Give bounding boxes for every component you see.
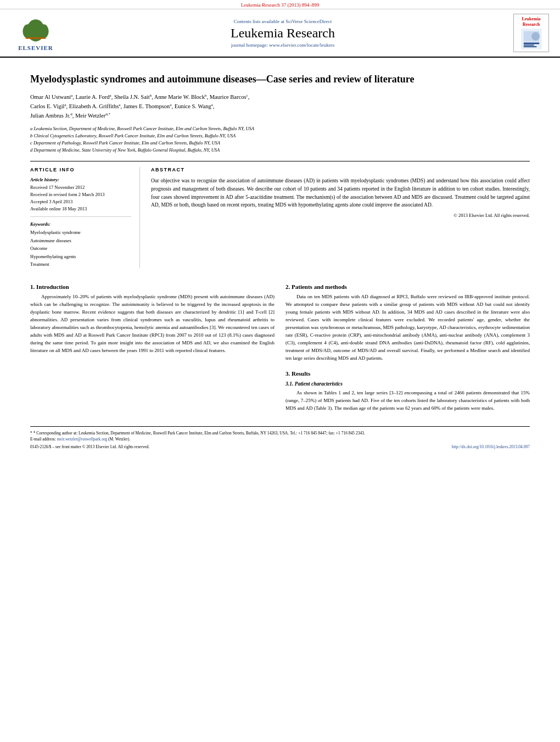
section-patients-methods: 2. Patients and methods Data on ten MDS …: [285, 283, 530, 362]
article-title: Myelodysplastic syndromes and autoimmune…: [30, 73, 530, 86]
sciverse-prefix: Contents lists available at: [234, 19, 285, 24]
keyword-5: Treatment: [30, 260, 131, 268]
authors-line: Omar Al Ustwania, Laurie A. Forda, Sheil…: [30, 92, 530, 121]
copyright-notice: © 2013 Elsevier Ltd. All rights reserved…: [151, 213, 530, 218]
author-3: Julian Ambrus Jr.d, Meir Wetzlerd,*: [30, 113, 110, 119]
section-2-heading: Patients and methods: [292, 283, 347, 290]
svg-rect-8: [523, 44, 534, 46]
email-note: E-mail address: meir.wetzler@roswellpark…: [30, 436, 530, 442]
revised-date: Received in revised form 2 March 2013: [30, 191, 131, 198]
elsevier-tree-icon: [19, 15, 52, 43]
elsevier-label: ELSEVIER: [18, 44, 53, 51]
section-2-number: 2.: [285, 283, 290, 290]
journal-citation: Leukemia Research 37 (2013) 894–899: [241, 2, 319, 8]
homepage-url[interactable]: www.elsevier.com/locate/leukres: [269, 42, 334, 48]
footer: * * Corresponding author at: Leukemia Se…: [30, 426, 530, 450]
footer-doi[interactable]: http://dx.doi.org/10.1016/j.leukres.2013…: [452, 444, 530, 449]
email-prefix: E-mail address:: [30, 437, 57, 442]
keyword-3: Outcome: [30, 244, 131, 252]
svg-rect-7: [523, 43, 539, 44]
svg-point-10: [531, 32, 540, 41]
elsevier-logo-section: ELSEVIER: [11, 15, 60, 51]
affiliation-c: c Department of Pathology, Roswell Park …: [30, 140, 530, 147]
body-left-col: 1. Introduction Approximately 10–20% of …: [30, 276, 275, 415]
abstract-text: Our objective was to recognize the assoc…: [151, 177, 530, 209]
section-1-number: 1.: [30, 283, 35, 290]
keyword-1: Myelodysplastic syndrome: [30, 228, 131, 236]
article-info-heading: ARTICLE INFO: [30, 167, 131, 172]
author-1: Omar Al Ustwania, Laurie A. Forda, Sheil…: [30, 94, 249, 100]
elsevier-logo: ELSEVIER: [11, 15, 60, 51]
affiliation-b: b Clinical Cytogenetics Laboratory, Rosw…: [30, 132, 530, 140]
section-1-para1: Approximately 10–20% of patients with my…: [30, 293, 275, 355]
keywords-label: Keywords:: [30, 221, 131, 227]
body-right-col: 2. Patients and methods Data on ten MDS …: [285, 276, 530, 415]
section-3-title: 3. Results: [285, 370, 530, 377]
body-two-col: 1. Introduction Approximately 10–20% of …: [30, 276, 530, 415]
footer-bottom: 0145-2126/$ – see front matter © 2013 El…: [30, 444, 530, 449]
sciverse-link: Contents lists available at SciVerse Sci…: [60, 19, 505, 24]
section-introduction: 1. Introduction Approximately 10–20% of …: [30, 283, 275, 355]
homepage-prefix: journal homepage:: [231, 42, 269, 48]
journal-header: ELSEVIER Contents lists available at Sci…: [0, 9, 560, 58]
section-1-heading: Introduction: [36, 283, 69, 290]
svg-rect-9: [523, 46, 536, 47]
author-2: Carlos E. Vigila, Elizabeth A. Griffiths…: [30, 103, 214, 109]
svg-rect-4: [26, 37, 46, 39]
affiliations: a Leukemia Section, Department of Medici…: [30, 125, 530, 153]
svg-point-2: [23, 24, 32, 38]
subsection-3-1-title: 3.1. Patient characteristics: [285, 381, 530, 387]
section-2-para1: Data on ten MDS patients with AD diagnos…: [285, 293, 530, 362]
subsection-3-1-number: 3.1.: [285, 381, 293, 387]
email-suffix: (M. Wetzler).: [107, 437, 130, 442]
abstract-para: Our objective was to recognize the assoc…: [151, 177, 530, 209]
journal-badge-section: LeukemiaResearch: [505, 14, 549, 52]
abstract-col: ABSTRACT Our objective was to recognize …: [151, 167, 530, 268]
article-info-col: ARTICLE INFO Article history: Received 1…: [30, 167, 140, 268]
keyword-4: Hypomethylating agents: [30, 253, 131, 260]
leukemia-research-badge: LeukemiaResearch: [513, 14, 549, 52]
section-3-text: As shown in Tables 1 and 2, ten large se…: [285, 389, 530, 412]
footnote-text: * Corresponding author at: Leukemia Sect…: [33, 431, 365, 436]
badge-cover-icon: [520, 29, 542, 49]
main-content: Myelodysplastic syndromes and autoimmune…: [0, 58, 560, 455]
available-date: Available online 18 May 2013: [30, 205, 131, 213]
email-address[interactable]: meir.wetzler@roswellpark.org: [57, 437, 107, 442]
section-1-title: 1. Introduction: [30, 283, 275, 290]
homepage-link: journal homepage: www.elsevier.com/locat…: [60, 42, 505, 48]
section-3-number: 3.: [285, 370, 290, 377]
page: Leukemia Research 37 (2013) 894–899 ELSE…: [0, 0, 560, 742]
section-2-title: 2. Patients and methods: [285, 283, 530, 290]
accepted-date: Accepted 3 April 2013: [30, 198, 131, 205]
badge-title: LeukemiaResearch: [522, 16, 540, 27]
journal-title: Leukemia Research: [60, 26, 505, 41]
received-date: Received 17 November 2012: [30, 184, 131, 191]
journal-title-section: Contents lists available at SciVerse Sci…: [60, 19, 505, 48]
abstract-heading: ABSTRACT: [151, 167, 530, 172]
section-3-heading: Results: [292, 370, 310, 377]
subsection-3-1-heading: Patient characteristics: [295, 381, 343, 387]
journal-citation-bar: Leukemia Research 37 (2013) 894–899: [0, 0, 560, 9]
article-info-abstract: ARTICLE INFO Article history: Received 1…: [30, 161, 530, 268]
corresponding-author-note: * * Corresponding author at: Leukemia Se…: [30, 430, 530, 436]
section-1-text: Approximately 10–20% of patients with my…: [30, 293, 275, 355]
footer-copyright: 0145-2126/$ – see front matter © 2013 El…: [30, 444, 149, 449]
section-2-text: Data on ten MDS patients with AD diagnos…: [285, 293, 530, 362]
affiliation-a: a Leukemia Section, Department of Medici…: [30, 125, 530, 132]
svg-point-3: [38, 24, 48, 38]
affiliation-d: d Department of Medicine, State Universi…: [30, 147, 530, 154]
section-3-para1: As shown in Tables 1 and 2, ten large se…: [285, 389, 530, 412]
info-divider: [30, 216, 131, 217]
section-results: 3. Results 3.1. Patient characteristics …: [285, 370, 530, 412]
sciverse-link-text[interactable]: SciVerse ScienceDirect: [285, 19, 332, 24]
article-history-label: Article history:: [30, 177, 131, 182]
keyword-2: Autoimmune diseases: [30, 237, 131, 244]
keywords-list: Myelodysplastic syndrome Autoimmune dise…: [30, 228, 131, 268]
